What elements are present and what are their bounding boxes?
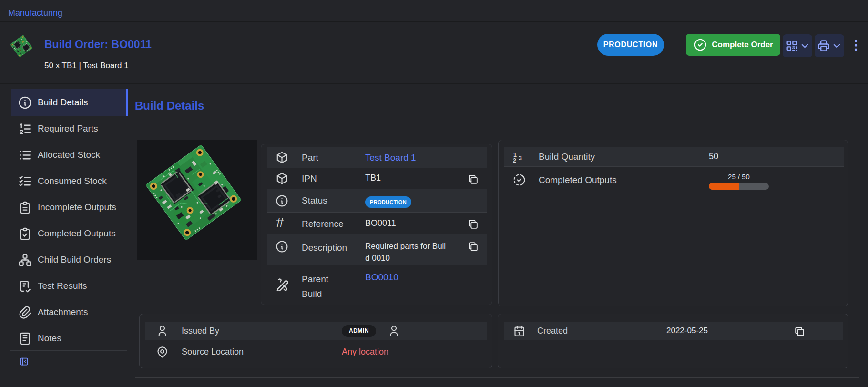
svg-text:2: 2 [513, 157, 516, 163]
svg-text:3: 3 [519, 155, 522, 162]
